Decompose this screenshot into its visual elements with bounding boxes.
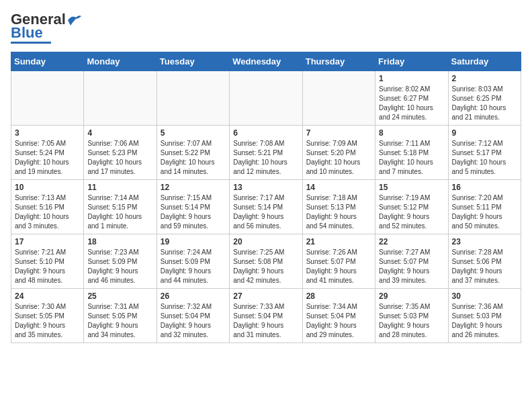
calendar-cell: 26Sunrise: 7:32 AM Sunset: 5:04 PM Dayli… <box>157 289 229 343</box>
day-info: Sunrise: 7:06 AM Sunset: 5:23 PM Dayligh… <box>87 139 152 177</box>
calendar-cell <box>302 71 375 126</box>
day-number: 30 <box>452 291 517 301</box>
calendar-cell: 25Sunrise: 7:31 AM Sunset: 5:05 PM Dayli… <box>84 289 157 343</box>
day-info: Sunrise: 7:27 AM Sunset: 5:07 PM Dayligh… <box>379 248 444 285</box>
day-info: Sunrise: 7:30 AM Sunset: 5:05 PM Dayligh… <box>15 302 80 340</box>
weekday-header-sunday: Sunday <box>11 52 84 71</box>
day-number: 17 <box>15 237 80 246</box>
calendar-cell: 11Sunrise: 7:14 AM Sunset: 5:15 PM Dayli… <box>84 180 157 234</box>
week-row-3: 10Sunrise: 7:13 AM Sunset: 5:16 PM Dayli… <box>11 180 521 234</box>
day-number: 18 <box>87 237 152 246</box>
calendar-cell: 30Sunrise: 7:36 AM Sunset: 5:03 PM Dayli… <box>448 289 521 343</box>
day-info: Sunrise: 7:09 AM Sunset: 5:20 PM Dayligh… <box>306 139 371 177</box>
day-number: 21 <box>306 237 371 246</box>
day-info: Sunrise: 8:02 AM Sunset: 6:27 PM Dayligh… <box>379 85 444 122</box>
day-number: 24 <box>15 291 80 301</box>
calendar-cell: 23Sunrise: 7:28 AM Sunset: 5:06 PM Dayli… <box>448 234 521 289</box>
logo: General Blue <box>11 11 83 44</box>
calendar-cell: 14Sunrise: 7:18 AM Sunset: 5:13 PM Dayli… <box>302 180 375 234</box>
day-info: Sunrise: 8:03 AM Sunset: 6:25 PM Dayligh… <box>452 85 517 122</box>
calendar-cell: 18Sunrise: 7:23 AM Sunset: 5:09 PM Dayli… <box>84 234 157 289</box>
day-info: Sunrise: 7:13 AM Sunset: 5:16 PM Dayligh… <box>15 193 80 231</box>
day-number: 11 <box>87 183 152 192</box>
calendar-cell: 22Sunrise: 7:27 AM Sunset: 5:07 PM Dayli… <box>375 234 448 289</box>
logo-bird-icon <box>66 13 83 27</box>
day-number: 20 <box>233 237 298 246</box>
calendar-cell: 1Sunrise: 8:02 AM Sunset: 6:27 PM Daylig… <box>375 71 448 126</box>
day-info: Sunrise: 7:25 AM Sunset: 5:08 PM Dayligh… <box>233 248 298 285</box>
day-number: 7 <box>306 128 371 138</box>
week-row-5: 24Sunrise: 7:30 AM Sunset: 5:05 PM Dayli… <box>11 289 521 343</box>
calendar-cell: 13Sunrise: 7:17 AM Sunset: 5:14 PM Dayli… <box>230 180 302 234</box>
calendar-cell <box>157 71 229 126</box>
day-number: 19 <box>161 237 226 246</box>
day-number: 15 <box>379 183 444 192</box>
day-info: Sunrise: 7:28 AM Sunset: 5:06 PM Dayligh… <box>452 248 517 285</box>
calendar-cell: 28Sunrise: 7:34 AM Sunset: 5:04 PM Dayli… <box>302 289 375 343</box>
day-number: 23 <box>452 237 517 246</box>
day-info: Sunrise: 7:35 AM Sunset: 5:03 PM Dayligh… <box>379 302 444 340</box>
calendar-cell: 20Sunrise: 7:25 AM Sunset: 5:08 PM Dayli… <box>230 234 302 289</box>
week-row-1: 1Sunrise: 8:02 AM Sunset: 6:27 PM Daylig… <box>11 71 521 126</box>
calendar-cell: 10Sunrise: 7:13 AM Sunset: 5:16 PM Dayli… <box>11 180 84 234</box>
day-info: Sunrise: 7:12 AM Sunset: 5:17 PM Dayligh… <box>452 139 517 177</box>
day-number: 14 <box>306 183 371 192</box>
day-number: 29 <box>379 291 444 301</box>
day-info: Sunrise: 7:11 AM Sunset: 5:18 PM Dayligh… <box>379 139 444 177</box>
calendar-cell: 8Sunrise: 7:11 AM Sunset: 5:18 PM Daylig… <box>375 126 448 180</box>
week-row-2: 3Sunrise: 7:05 AM Sunset: 5:24 PM Daylig… <box>11 126 521 180</box>
calendar-cell: 17Sunrise: 7:21 AM Sunset: 5:10 PM Dayli… <box>11 234 84 289</box>
calendar-cell <box>84 71 157 126</box>
day-info: Sunrise: 7:19 AM Sunset: 5:12 PM Dayligh… <box>379 193 444 231</box>
day-info: Sunrise: 7:34 AM Sunset: 5:04 PM Dayligh… <box>306 302 371 340</box>
day-number: 8 <box>379 128 444 138</box>
day-number: 9 <box>452 128 517 138</box>
day-info: Sunrise: 7:15 AM Sunset: 5:14 PM Dayligh… <box>161 193 226 231</box>
day-number: 1 <box>379 74 444 83</box>
weekday-header-saturday: Saturday <box>448 52 521 71</box>
day-info: Sunrise: 7:32 AM Sunset: 5:04 PM Dayligh… <box>161 302 226 340</box>
calendar-cell: 2Sunrise: 8:03 AM Sunset: 6:25 PM Daylig… <box>448 71 521 126</box>
weekday-header-wednesday: Wednesday <box>230 52 302 71</box>
day-number: 4 <box>87 128 152 138</box>
weekday-header-friday: Friday <box>375 52 448 71</box>
day-number: 28 <box>306 291 371 301</box>
calendar-cell: 24Sunrise: 7:30 AM Sunset: 5:05 PM Dayli… <box>11 289 84 343</box>
day-number: 13 <box>233 183 298 192</box>
day-info: Sunrise: 7:20 AM Sunset: 5:11 PM Dayligh… <box>452 193 517 231</box>
day-number: 16 <box>452 183 517 192</box>
weekday-header-row: SundayMondayTuesdayWednesdayThursdayFrid… <box>11 52 521 71</box>
calendar-cell: 3Sunrise: 7:05 AM Sunset: 5:24 PM Daylig… <box>11 126 84 180</box>
calendar-cell: 4Sunrise: 7:06 AM Sunset: 5:23 PM Daylig… <box>84 126 157 180</box>
day-number: 5 <box>161 128 226 138</box>
day-info: Sunrise: 7:24 AM Sunset: 5:09 PM Dayligh… <box>161 248 226 285</box>
calendar-cell <box>11 71 84 126</box>
day-info: Sunrise: 7:31 AM Sunset: 5:05 PM Dayligh… <box>87 302 152 340</box>
day-info: Sunrise: 7:21 AM Sunset: 5:10 PM Dayligh… <box>15 248 80 285</box>
day-number: 12 <box>161 183 226 192</box>
calendar-cell: 27Sunrise: 7:33 AM Sunset: 5:04 PM Dayli… <box>230 289 302 343</box>
calendar-table: SundayMondayTuesdayWednesdayThursdayFrid… <box>11 52 521 343</box>
day-number: 6 <box>233 128 298 138</box>
day-info: Sunrise: 7:36 AM Sunset: 5:03 PM Dayligh… <box>452 302 517 340</box>
day-info: Sunrise: 7:33 AM Sunset: 5:04 PM Dayligh… <box>233 302 298 340</box>
day-info: Sunrise: 7:07 AM Sunset: 5:22 PM Dayligh… <box>161 139 226 177</box>
day-info: Sunrise: 7:18 AM Sunset: 5:13 PM Dayligh… <box>306 193 371 231</box>
weekday-header-tuesday: Tuesday <box>157 52 229 71</box>
logo-divider <box>11 42 51 44</box>
day-number: 26 <box>161 291 226 301</box>
day-number: 22 <box>379 237 444 246</box>
day-number: 2 <box>452 74 517 83</box>
week-row-4: 17Sunrise: 7:21 AM Sunset: 5:10 PM Dayli… <box>11 234 521 289</box>
calendar-cell: 7Sunrise: 7:09 AM Sunset: 5:20 PM Daylig… <box>302 126 375 180</box>
calendar-cell: 5Sunrise: 7:07 AM Sunset: 5:22 PM Daylig… <box>157 126 229 180</box>
day-info: Sunrise: 7:05 AM Sunset: 5:24 PM Dayligh… <box>15 139 80 177</box>
weekday-header-monday: Monday <box>84 52 157 71</box>
day-info: Sunrise: 7:26 AM Sunset: 5:07 PM Dayligh… <box>306 248 371 285</box>
calendar-cell: 6Sunrise: 7:08 AM Sunset: 5:21 PM Daylig… <box>230 126 302 180</box>
calendar-cell: 16Sunrise: 7:20 AM Sunset: 5:11 PM Dayli… <box>448 180 521 234</box>
day-number: 25 <box>87 291 152 301</box>
calendar-cell: 12Sunrise: 7:15 AM Sunset: 5:14 PM Dayli… <box>157 180 229 234</box>
calendar-cell: 19Sunrise: 7:24 AM Sunset: 5:09 PM Dayli… <box>157 234 229 289</box>
day-info: Sunrise: 7:23 AM Sunset: 5:09 PM Dayligh… <box>87 248 152 285</box>
